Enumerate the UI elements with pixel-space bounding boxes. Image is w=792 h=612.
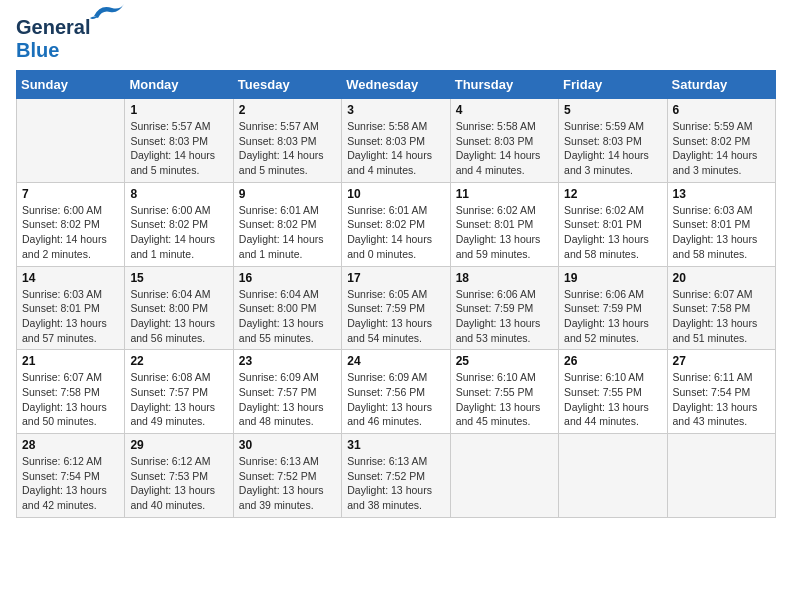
- day-cell: 23Sunrise: 6:09 AM Sunset: 7:57 PM Dayli…: [233, 350, 341, 434]
- day-cell: 3Sunrise: 5:58 AM Sunset: 8:03 PM Daylig…: [342, 99, 450, 183]
- day-cell: 11Sunrise: 6:02 AM Sunset: 8:01 PM Dayli…: [450, 182, 558, 266]
- day-cell: 2Sunrise: 5:57 AM Sunset: 8:03 PM Daylig…: [233, 99, 341, 183]
- weekday-saturday: Saturday: [667, 71, 775, 99]
- day-number: 13: [673, 187, 770, 201]
- logo-bird-icon: [90, 0, 126, 26]
- day-cell: 9Sunrise: 6:01 AM Sunset: 8:02 PM Daylig…: [233, 182, 341, 266]
- day-cell: 14Sunrise: 6:03 AM Sunset: 8:01 PM Dayli…: [17, 266, 125, 350]
- day-cell: 18Sunrise: 6:06 AM Sunset: 7:59 PM Dayli…: [450, 266, 558, 350]
- day-cell: 25Sunrise: 6:10 AM Sunset: 7:55 PM Dayli…: [450, 350, 558, 434]
- day-cell: [559, 434, 667, 518]
- day-cell: [667, 434, 775, 518]
- day-info: Sunrise: 5:58 AM Sunset: 8:03 PM Dayligh…: [347, 119, 444, 178]
- day-info: Sunrise: 6:12 AM Sunset: 7:53 PM Dayligh…: [130, 454, 227, 513]
- day-number: 7: [22, 187, 119, 201]
- day-number: 2: [239, 103, 336, 117]
- day-number: 11: [456, 187, 553, 201]
- day-number: 28: [22, 438, 119, 452]
- day-cell: 6Sunrise: 5:59 AM Sunset: 8:02 PM Daylig…: [667, 99, 775, 183]
- weekday-tuesday: Tuesday: [233, 71, 341, 99]
- calendar-body: 1Sunrise: 5:57 AM Sunset: 8:03 PM Daylig…: [17, 99, 776, 518]
- day-cell: 1Sunrise: 5:57 AM Sunset: 8:03 PM Daylig…: [125, 99, 233, 183]
- week-row-2: 7Sunrise: 6:00 AM Sunset: 8:02 PM Daylig…: [17, 182, 776, 266]
- day-number: 30: [239, 438, 336, 452]
- day-info: Sunrise: 6:10 AM Sunset: 7:55 PM Dayligh…: [564, 370, 661, 429]
- day-info: Sunrise: 6:00 AM Sunset: 8:02 PM Dayligh…: [22, 203, 119, 262]
- day-number: 12: [564, 187, 661, 201]
- day-cell: 17Sunrise: 6:05 AM Sunset: 7:59 PM Dayli…: [342, 266, 450, 350]
- day-cell: 30Sunrise: 6:13 AM Sunset: 7:52 PM Dayli…: [233, 434, 341, 518]
- day-number: 27: [673, 354, 770, 368]
- day-number: 23: [239, 354, 336, 368]
- day-info: Sunrise: 6:02 AM Sunset: 8:01 PM Dayligh…: [456, 203, 553, 262]
- day-cell: 24Sunrise: 6:09 AM Sunset: 7:56 PM Dayli…: [342, 350, 450, 434]
- day-number: 29: [130, 438, 227, 452]
- weekday-friday: Friday: [559, 71, 667, 99]
- weekday-wednesday: Wednesday: [342, 71, 450, 99]
- day-number: 16: [239, 271, 336, 285]
- day-info: Sunrise: 6:13 AM Sunset: 7:52 PM Dayligh…: [239, 454, 336, 513]
- day-info: Sunrise: 6:04 AM Sunset: 8:00 PM Dayligh…: [239, 287, 336, 346]
- day-cell: 19Sunrise: 6:06 AM Sunset: 7:59 PM Dayli…: [559, 266, 667, 350]
- day-cell: 12Sunrise: 6:02 AM Sunset: 8:01 PM Dayli…: [559, 182, 667, 266]
- logo: General Blue: [16, 16, 126, 62]
- day-info: Sunrise: 5:59 AM Sunset: 8:02 PM Dayligh…: [673, 119, 770, 178]
- weekday-row: SundayMondayTuesdayWednesdayThursdayFrid…: [17, 71, 776, 99]
- day-info: Sunrise: 6:03 AM Sunset: 8:01 PM Dayligh…: [673, 203, 770, 262]
- week-row-4: 21Sunrise: 6:07 AM Sunset: 7:58 PM Dayli…: [17, 350, 776, 434]
- day-info: Sunrise: 6:06 AM Sunset: 7:59 PM Dayligh…: [564, 287, 661, 346]
- day-number: 5: [564, 103, 661, 117]
- day-info: Sunrise: 6:04 AM Sunset: 8:00 PM Dayligh…: [130, 287, 227, 346]
- day-number: 19: [564, 271, 661, 285]
- day-number: 31: [347, 438, 444, 452]
- week-row-1: 1Sunrise: 5:57 AM Sunset: 8:03 PM Daylig…: [17, 99, 776, 183]
- day-number: 21: [22, 354, 119, 368]
- day-info: Sunrise: 6:07 AM Sunset: 7:58 PM Dayligh…: [22, 370, 119, 429]
- day-cell: 26Sunrise: 6:10 AM Sunset: 7:55 PM Dayli…: [559, 350, 667, 434]
- day-number: 24: [347, 354, 444, 368]
- weekday-thursday: Thursday: [450, 71, 558, 99]
- day-cell: [450, 434, 558, 518]
- day-info: Sunrise: 6:05 AM Sunset: 7:59 PM Dayligh…: [347, 287, 444, 346]
- day-info: Sunrise: 6:09 AM Sunset: 7:57 PM Dayligh…: [239, 370, 336, 429]
- day-info: Sunrise: 6:13 AM Sunset: 7:52 PM Dayligh…: [347, 454, 444, 513]
- day-info: Sunrise: 5:59 AM Sunset: 8:03 PM Dayligh…: [564, 119, 661, 178]
- day-cell: 10Sunrise: 6:01 AM Sunset: 8:02 PM Dayli…: [342, 182, 450, 266]
- day-number: 3: [347, 103, 444, 117]
- day-info: Sunrise: 6:12 AM Sunset: 7:54 PM Dayligh…: [22, 454, 119, 513]
- day-cell: 22Sunrise: 6:08 AM Sunset: 7:57 PM Dayli…: [125, 350, 233, 434]
- day-info: Sunrise: 6:00 AM Sunset: 8:02 PM Dayligh…: [130, 203, 227, 262]
- day-number: 10: [347, 187, 444, 201]
- day-info: Sunrise: 6:01 AM Sunset: 8:02 PM Dayligh…: [239, 203, 336, 262]
- day-number: 1: [130, 103, 227, 117]
- day-number: 17: [347, 271, 444, 285]
- day-cell: [17, 99, 125, 183]
- day-number: 4: [456, 103, 553, 117]
- day-cell: 5Sunrise: 5:59 AM Sunset: 8:03 PM Daylig…: [559, 99, 667, 183]
- day-info: Sunrise: 6:11 AM Sunset: 7:54 PM Dayligh…: [673, 370, 770, 429]
- calendar-table: SundayMondayTuesdayWednesdayThursdayFrid…: [16, 70, 776, 518]
- page-header: General Blue: [16, 16, 776, 62]
- day-cell: 21Sunrise: 6:07 AM Sunset: 7:58 PM Dayli…: [17, 350, 125, 434]
- day-cell: 29Sunrise: 6:12 AM Sunset: 7:53 PM Dayli…: [125, 434, 233, 518]
- week-row-3: 14Sunrise: 6:03 AM Sunset: 8:01 PM Dayli…: [17, 266, 776, 350]
- day-cell: 31Sunrise: 6:13 AM Sunset: 7:52 PM Dayli…: [342, 434, 450, 518]
- day-info: Sunrise: 6:08 AM Sunset: 7:57 PM Dayligh…: [130, 370, 227, 429]
- day-number: 15: [130, 271, 227, 285]
- day-number: 25: [456, 354, 553, 368]
- day-number: 22: [130, 354, 227, 368]
- day-number: 9: [239, 187, 336, 201]
- day-cell: 28Sunrise: 6:12 AM Sunset: 7:54 PM Dayli…: [17, 434, 125, 518]
- day-cell: 16Sunrise: 6:04 AM Sunset: 8:00 PM Dayli…: [233, 266, 341, 350]
- day-info: Sunrise: 5:57 AM Sunset: 8:03 PM Dayligh…: [130, 119, 227, 178]
- day-cell: 13Sunrise: 6:03 AM Sunset: 8:01 PM Dayli…: [667, 182, 775, 266]
- day-info: Sunrise: 5:58 AM Sunset: 8:03 PM Dayligh…: [456, 119, 553, 178]
- day-cell: 7Sunrise: 6:00 AM Sunset: 8:02 PM Daylig…: [17, 182, 125, 266]
- day-info: Sunrise: 6:02 AM Sunset: 8:01 PM Dayligh…: [564, 203, 661, 262]
- day-cell: 4Sunrise: 5:58 AM Sunset: 8:03 PM Daylig…: [450, 99, 558, 183]
- day-info: Sunrise: 6:01 AM Sunset: 8:02 PM Dayligh…: [347, 203, 444, 262]
- day-number: 8: [130, 187, 227, 201]
- calendar-header: SundayMondayTuesdayWednesdayThursdayFrid…: [17, 71, 776, 99]
- day-info: Sunrise: 6:10 AM Sunset: 7:55 PM Dayligh…: [456, 370, 553, 429]
- day-number: 26: [564, 354, 661, 368]
